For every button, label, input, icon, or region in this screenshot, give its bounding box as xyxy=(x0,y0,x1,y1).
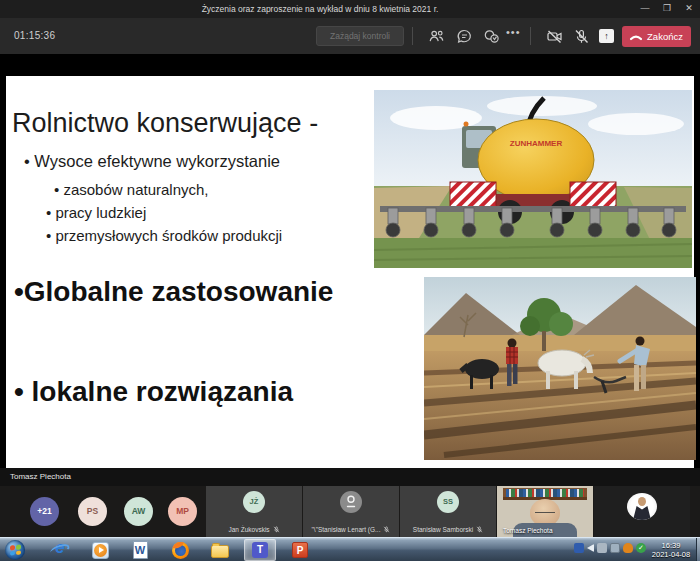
avatar: JŻ xyxy=(243,491,265,513)
stop-sharing-icon[interactable]: ↑ xyxy=(599,29,614,43)
tray-app-icon[interactable] xyxy=(574,543,584,553)
slide-bullet-1: • Wysoce efektywne wykorzystanie xyxy=(24,152,280,171)
taskbar-item-teams-active[interactable]: T xyxy=(244,539,276,561)
mic-off-icon xyxy=(273,526,280,533)
clock-date: 2021-04-08 xyxy=(648,550,694,559)
show-desktop-button[interactable] xyxy=(696,538,700,561)
window-title: Życzenia oraz zaproszenie na wykład w dn… xyxy=(0,0,640,18)
request-control-button[interactable]: Zażądaj kontroli xyxy=(316,26,404,46)
taskbar-clock[interactable]: 16:39 2021-04-08 xyxy=(648,541,694,559)
participant-strip: +21 PS AW MP JŻ Jan Żukovskis xyxy=(0,486,700,537)
presentation-slide: Rolnictwo konserwujące - • Wysoce efekty… xyxy=(6,76,694,468)
meeting-toolbar: 01:15:36 Zażądaj kontroli ••• xyxy=(0,18,700,54)
slide-sub-bullet: • pracy ludzkiej xyxy=(46,204,146,221)
avatar: SS xyxy=(437,491,459,513)
mic-off-icon xyxy=(476,526,483,533)
more-icon[interactable]: ••• xyxy=(506,26,521,38)
plowing-photo xyxy=(424,277,696,460)
media-player-icon xyxy=(92,542,109,559)
security-check-icon[interactable]: ✓ xyxy=(636,543,646,553)
shared-screen-stage: Rolnictwo konserwujące - • Wysoce efekty… xyxy=(0,54,700,486)
toolbar-divider xyxy=(412,27,413,45)
windows-logo-icon xyxy=(10,544,21,555)
participant-video-tile[interactable]: Tomasz Piechota xyxy=(497,486,593,537)
window-controls: — ❐ ✕ xyxy=(634,0,700,18)
tray-app-icon[interactable] xyxy=(623,543,633,553)
close-icon[interactable]: ✕ xyxy=(678,0,700,18)
taskbar-item-word[interactable]: W xyxy=(124,539,156,561)
folder-icon xyxy=(211,545,229,558)
word-icon: W xyxy=(133,541,148,559)
avatar[interactable]: AW xyxy=(124,497,153,526)
mic-off-icon xyxy=(383,526,390,533)
participant-name: "\"Stanisław Lenart (G... xyxy=(312,526,381,533)
toolbar-divider xyxy=(530,27,531,45)
tractor-photo: ZUNHAMMER xyxy=(374,90,692,268)
slide-big-line-1: •Globalne zastosowanie xyxy=(14,276,333,308)
participant-tile[interactable]: JŻ Jan Żukovskis xyxy=(206,486,302,537)
person-icon xyxy=(340,491,362,513)
taskbar-item-file-explorer[interactable] xyxy=(204,539,236,561)
volume-icon[interactable] xyxy=(587,544,594,552)
end-call-button[interactable]: Zakończ xyxy=(622,26,691,47)
maximize-icon[interactable]: ❐ xyxy=(656,0,678,18)
taskbar-item-media-player[interactable] xyxy=(84,539,116,561)
teams-meeting-window: Życzenia oraz zaproszenie na wykład w dn… xyxy=(0,0,700,561)
taskbar-item-firefox[interactable] xyxy=(164,539,196,561)
internet-explorer-icon: e xyxy=(51,541,69,559)
meeting-timer: 01:15:36 xyxy=(14,30,55,41)
firefox-icon xyxy=(172,542,189,559)
hangup-icon xyxy=(630,33,642,41)
overflow-participants-badge[interactable]: +21 xyxy=(30,497,59,526)
network-icon[interactable] xyxy=(610,543,620,553)
slide-sub-bullet: • zasobów naturalnych, xyxy=(54,181,209,198)
end-call-label: Zakończ xyxy=(647,31,683,42)
presenter-label-bar: Tomasz Piechota xyxy=(0,468,700,486)
camera-off-icon[interactable] xyxy=(546,28,563,45)
tank-brand-label: ZUNHAMMER xyxy=(510,139,563,148)
avatar[interactable]: PS xyxy=(78,497,107,526)
avatar[interactable]: MP xyxy=(168,497,197,526)
taskbar-item-powerpoint[interactable]: P xyxy=(284,539,316,561)
video-feed xyxy=(627,493,657,520)
participant-name: Stanisław Samborski xyxy=(413,526,473,533)
participant-tile[interactable]: "\"Stanisław Lenart (G... xyxy=(303,486,399,537)
system-tray: ✓ xyxy=(574,543,646,553)
participant-video-tile[interactable] xyxy=(594,486,690,537)
participant-name: Jan Żukovskis xyxy=(228,526,269,533)
chat-icon[interactable] xyxy=(456,28,473,45)
teams-icon: T xyxy=(252,542,268,558)
tray-device-icon[interactable] xyxy=(597,543,607,553)
clock-time: 16:39 xyxy=(648,541,694,550)
mic-off-icon[interactable] xyxy=(573,28,590,45)
participant-name: Tomasz Piechota xyxy=(503,527,553,534)
powerpoint-icon: P xyxy=(292,542,308,558)
slide-sub-bullet: • przemysłowych środków produkcji xyxy=(46,227,282,244)
start-button[interactable] xyxy=(5,540,25,560)
taskbar-item-internet-explorer[interactable]: e xyxy=(44,539,76,561)
reactions-icon[interactable] xyxy=(483,28,500,45)
participants-icon[interactable] xyxy=(428,28,445,45)
window-titlebar: Życzenia oraz zaproszenie na wykład w dn… xyxy=(0,0,700,18)
minimize-icon[interactable]: — xyxy=(634,0,656,18)
windows-taskbar: e W T P ✓ 16:39 2021-04-08 xyxy=(0,537,700,561)
slide-title: Rolnictwo konserwujące - xyxy=(12,108,318,139)
slide-big-line-2: • lokalne rozwiązania xyxy=(14,376,293,408)
presenter-name: Tomasz Piechota xyxy=(10,472,71,481)
participant-tile[interactable]: SS Stanisław Samborski xyxy=(400,486,496,537)
